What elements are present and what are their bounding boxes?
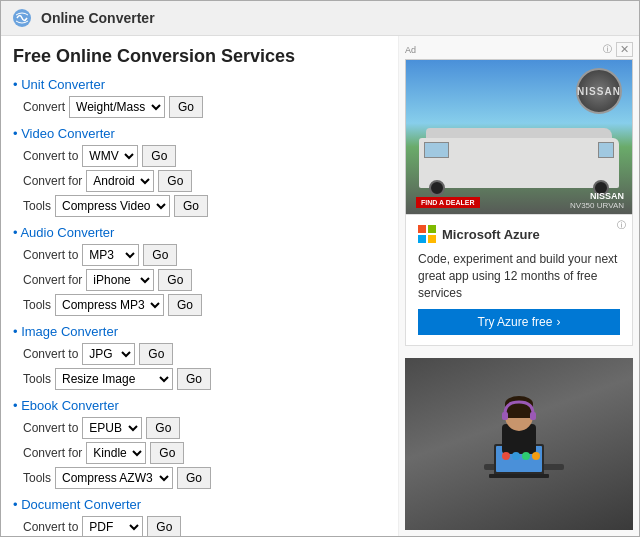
row-label-unit-0: Convert: [23, 100, 65, 114]
ad-column: Ad ⓘ ✕ NISSAN: [399, 36, 639, 536]
person-svg: [454, 384, 584, 504]
row-video-2: ToolsCompress VideoTrim VideoMerge Video…: [23, 195, 386, 217]
go-button-audio-0[interactable]: Go: [143, 244, 177, 266]
nissan-model-text: NISSAN NV350 URVAN: [570, 191, 624, 210]
section-audio: Audio ConverterConvert toMP3WAVAACFLACGo…: [13, 225, 386, 316]
select-ebook-1[interactable]: KindleKoboiPad: [86, 442, 146, 464]
row-label-image-0: Convert to: [23, 347, 78, 361]
nissan-model-name: NISSAN: [570, 191, 624, 201]
azure-body-text: Code, experiment and build your next gre…: [418, 251, 620, 301]
select-video-2[interactable]: Compress VideoTrim VideoMerge Video: [55, 195, 170, 217]
van-window: [424, 142, 449, 158]
van-window2: [598, 142, 614, 158]
go-button-audio-1[interactable]: Go: [158, 269, 192, 291]
section-title-audio[interactable]: Audio Converter: [13, 225, 386, 240]
go-button-ebook-0[interactable]: Go: [146, 417, 180, 439]
section-title-document[interactable]: Document Converter: [13, 497, 386, 512]
row-ebook-2: ToolsCompress AZW3Merge EPUBGo: [23, 467, 386, 489]
row-label-ebook-1: Convert for: [23, 446, 82, 460]
svg-rect-10: [530, 412, 536, 420]
select-ebook-2[interactable]: Compress AZW3Merge EPUB: [55, 467, 173, 489]
section-title-ebook[interactable]: Ebook Converter: [13, 398, 386, 413]
section-video: Video ConverterConvert toWMVMP4AVIMOVGoC…: [13, 126, 386, 217]
row-label-audio-0: Convert to: [23, 248, 78, 262]
azure-title: Microsoft Azure: [442, 227, 540, 242]
titlebar: Online Converter: [1, 1, 639, 36]
select-ebook-0[interactable]: EPUBMOBIPDFAZW3: [82, 417, 142, 439]
row-unit-0: ConvertWeight/MassLengthVolumeTemperatur…: [23, 96, 386, 118]
go-button-document-0[interactable]: Go: [147, 516, 181, 536]
azure-btn-label: Try Azure free: [478, 315, 553, 329]
svg-point-14: [532, 452, 540, 460]
go-button-video-1[interactable]: Go: [158, 170, 192, 192]
azure-sq-3: [418, 235, 426, 243]
sections-container: Unit ConverterConvertWeight/MassLengthVo…: [13, 77, 386, 536]
azure-header: Microsoft Azure: [418, 225, 620, 243]
select-audio-0[interactable]: MP3WAVAACFLAC: [82, 244, 139, 266]
app-window: Online Converter Free Online Conversion …: [0, 0, 640, 537]
find-dealer-btn[interactable]: FIND A DEALER: [416, 197, 480, 208]
nissan-logo: NISSAN: [576, 68, 622, 114]
svg-point-13: [522, 452, 530, 460]
section-title-unit[interactable]: Unit Converter: [13, 77, 386, 92]
go-button-image-1[interactable]: Go: [177, 368, 211, 390]
row-label-ebook-2: Tools: [23, 471, 51, 485]
page-title: Free Online Conversion Services: [13, 46, 386, 67]
nissan-model-variant: NV350 URVAN: [570, 201, 624, 210]
van-wheel-left: [429, 180, 445, 196]
select-image-0[interactable]: JPGPNGGIFBMP: [82, 343, 135, 365]
section-title-image[interactable]: Image Converter: [13, 324, 386, 339]
go-button-video-0[interactable]: Go: [142, 145, 176, 167]
nissan-ad: Ad ⓘ ✕ NISSAN: [405, 42, 633, 202]
row-audio-1: Convert foriPhoneAndroidiPadGo: [23, 269, 386, 291]
row-label-video-1: Convert for: [23, 174, 82, 188]
select-audio-2[interactable]: Compress MP3Trim AudioMerge MP3: [55, 294, 164, 316]
select-audio-1[interactable]: iPhoneAndroidiPad: [86, 269, 154, 291]
row-label-audio-1: Convert for: [23, 273, 82, 287]
azure-btn-arrow: ›: [556, 315, 560, 329]
section-title-video[interactable]: Video Converter: [13, 126, 386, 141]
azure-sq-4: [428, 235, 436, 243]
go-button-audio-2[interactable]: Go: [168, 294, 202, 316]
row-label-document-0: Convert to: [23, 520, 78, 534]
person-photo: [405, 358, 633, 530]
svg-point-11: [502, 452, 510, 460]
row-image-1: ToolsResize ImageCompress ImageCrop Imag…: [23, 368, 386, 390]
row-label-image-1: Tools: [23, 372, 51, 386]
row-video-0: Convert toWMVMP4AVIMOVGo: [23, 145, 386, 167]
main-panel: Free Online Conversion Services Unit Con…: [1, 36, 399, 536]
person-image-bg: [405, 358, 633, 530]
go-button-unit-0[interactable]: Go: [169, 96, 203, 118]
azure-sq-2: [428, 225, 436, 233]
azure-ad: ⓘ Microsoft Azure Code, experiment and b…: [405, 214, 633, 346]
nissan-ad-wrap[interactable]: NISSAN FIND A DEALER NISSAN: [405, 59, 633, 219]
go-button-ebook-1[interactable]: Go: [150, 442, 184, 464]
titlebar-title: Online Converter: [41, 10, 155, 26]
select-video-0[interactable]: WMVMP4AVIMOV: [82, 145, 138, 167]
select-unit-0[interactable]: Weight/MassLengthVolumeTemperature: [69, 96, 165, 118]
azure-logo: [418, 225, 436, 243]
select-video-1[interactable]: AndroidiPhoneiPadPS4: [86, 170, 154, 192]
content-area: Free Online Conversion Services Unit Con…: [1, 36, 639, 536]
row-label-video-0: Convert to: [23, 149, 78, 163]
section-image: Image ConverterConvert toJPGPNGGIFBMPGoT…: [13, 324, 386, 390]
select-image-1[interactable]: Resize ImageCompress ImageCrop Image: [55, 368, 173, 390]
row-label-video-2: Tools: [23, 199, 51, 213]
section-document: Document ConverterConvert toPDFDOCXTXTOD…: [13, 497, 386, 536]
ad-info-icon[interactable]: ⓘ: [603, 43, 612, 56]
go-button-image-0[interactable]: Go: [139, 343, 173, 365]
ad-controls: ⓘ ✕: [603, 42, 633, 57]
row-audio-2: ToolsCompress MP3Trim AudioMerge MP3Go: [23, 294, 386, 316]
select-document-0[interactable]: PDFDOCXTXTODT: [82, 516, 143, 536]
go-button-ebook-2[interactable]: Go: [177, 467, 211, 489]
row-audio-0: Convert toMP3WAVAACFLACGo: [23, 244, 386, 266]
row-video-1: Convert forAndroidiPhoneiPadPS4Go: [23, 170, 386, 192]
row-document-0: Convert toPDFDOCXTXTODTGo: [23, 516, 386, 536]
azure-info[interactable]: ⓘ: [617, 219, 626, 232]
svg-point-12: [512, 452, 520, 460]
section-ebook: Ebook ConverterConvert toEPUBMOBIPDFAZW3…: [13, 398, 386, 489]
ad-close-button[interactable]: ✕: [616, 42, 633, 57]
azure-cta-button[interactable]: Try Azure free ›: [418, 309, 620, 335]
row-image-0: Convert toJPGPNGGIFBMPGo: [23, 343, 386, 365]
go-button-video-2[interactable]: Go: [174, 195, 208, 217]
